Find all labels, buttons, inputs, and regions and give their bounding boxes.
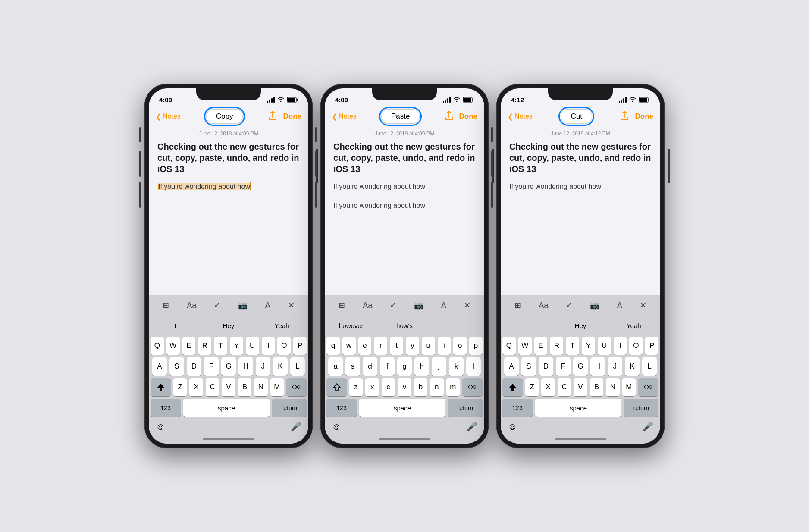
- suggestion-item[interactable]: Yeah: [607, 317, 660, 335]
- close-icon[interactable]: ✕: [285, 299, 298, 312]
- key-o[interactable]: O: [629, 337, 643, 355]
- share-icon[interactable]: [620, 111, 629, 122]
- mic-button[interactable]: 🎤: [291, 421, 301, 432]
- key-l[interactable]: L: [290, 357, 305, 376]
- key-r[interactable]: R: [198, 337, 211, 355]
- key-n[interactable]: n: [430, 378, 443, 396]
- key-j[interactable]: J: [256, 357, 270, 376]
- key-w[interactable]: w: [342, 337, 356, 355]
- key-p[interactable]: p: [469, 337, 483, 355]
- pen-icon[interactable]: A: [614, 299, 626, 312]
- key-f[interactable]: F: [556, 357, 571, 376]
- back-button[interactable]: ❮ Notes: [332, 113, 357, 121]
- done-button[interactable]: Done: [635, 112, 653, 121]
- key-w[interactable]: W: [518, 337, 532, 355]
- done-button[interactable]: Done: [459, 112, 478, 121]
- key-q[interactable]: q: [326, 337, 340, 355]
- note-body-2[interactable]: If you're wondering about how: [333, 200, 476, 211]
- key-o[interactable]: O: [277, 337, 291, 355]
- shift-key[interactable]: [502, 378, 523, 396]
- key-d[interactable]: d: [363, 357, 377, 376]
- key-n[interactable]: N: [254, 378, 267, 396]
- key-e[interactable]: e: [358, 337, 372, 355]
- number-key[interactable]: 123: [502, 399, 533, 417]
- key-z[interactable]: Z: [173, 378, 187, 396]
- key-j[interactable]: J: [608, 357, 622, 376]
- checklist-icon[interactable]: ✓: [386, 299, 400, 312]
- key-x[interactable]: X: [189, 378, 203, 396]
- return-key[interactable]: return: [272, 399, 307, 417]
- key-y[interactable]: Y: [230, 337, 243, 355]
- key-v[interactable]: v: [398, 378, 411, 396]
- format-icon[interactable]: Aa: [535, 299, 552, 312]
- pen-icon[interactable]: A: [262, 299, 274, 312]
- key-s[interactable]: s: [345, 357, 360, 376]
- action-button[interactable]: Paste: [381, 109, 420, 124]
- space-key[interactable]: space: [183, 399, 270, 417]
- camera-icon[interactable]: 📷: [586, 299, 603, 312]
- space-key[interactable]: space: [535, 399, 621, 417]
- return-key[interactable]: return: [624, 399, 658, 417]
- key-g[interactable]: g: [397, 357, 412, 376]
- key-a[interactable]: a: [328, 357, 343, 376]
- key-z[interactable]: z: [349, 378, 363, 396]
- return-key[interactable]: return: [448, 399, 483, 417]
- key-q[interactable]: Q: [151, 337, 164, 355]
- note-body-1[interactable]: If you're wondering about how: [333, 182, 476, 192]
- key-u[interactable]: U: [598, 337, 611, 355]
- key-d[interactable]: D: [539, 357, 553, 376]
- delete-key[interactable]: ⌫: [638, 378, 658, 396]
- suggestion-item[interactable]: Yeah: [255, 317, 308, 335]
- key-b[interactable]: B: [238, 378, 251, 396]
- key-o[interactable]: o: [453, 337, 467, 355]
- delete-key[interactable]: ⌫: [462, 378, 483, 396]
- key-m[interactable]: m: [446, 378, 460, 396]
- key-d[interactable]: D: [187, 357, 201, 376]
- number-key[interactable]: 123: [151, 399, 181, 417]
- suggestion-item[interactable]: I: [149, 317, 202, 335]
- key-p[interactable]: P: [293, 337, 307, 355]
- key-v[interactable]: V: [574, 378, 587, 396]
- key-k[interactable]: k: [449, 357, 464, 376]
- share-icon[interactable]: [445, 111, 453, 122]
- key-c[interactable]: C: [558, 378, 571, 396]
- key-t[interactable]: T: [566, 337, 579, 355]
- key-v[interactable]: V: [222, 378, 235, 396]
- space-key[interactable]: space: [359, 399, 445, 417]
- format-icon[interactable]: Aa: [183, 299, 200, 312]
- key-e[interactable]: E: [534, 337, 548, 355]
- done-button[interactable]: Done: [283, 112, 301, 121]
- key-q[interactable]: Q: [502, 337, 516, 355]
- camera-icon[interactable]: 📷: [235, 299, 251, 312]
- suggestion-item[interactable]: I: [501, 317, 554, 335]
- suggestion-item[interactable]: Hey: [554, 317, 608, 335]
- key-t[interactable]: T: [214, 337, 227, 355]
- key-a[interactable]: A: [504, 357, 519, 376]
- key-c[interactable]: c: [382, 378, 395, 396]
- back-button[interactable]: ❮ Notes: [156, 113, 181, 121]
- key-e[interactable]: E: [182, 337, 196, 355]
- share-icon[interactable]: [268, 111, 277, 122]
- key-i[interactable]: I: [262, 337, 275, 355]
- suggestion-item[interactable]: Hey: [202, 317, 256, 335]
- key-g[interactable]: G: [221, 357, 236, 376]
- checklist-icon[interactable]: ✓: [562, 299, 576, 312]
- table-icon[interactable]: ⊞: [511, 299, 524, 312]
- close-icon[interactable]: ✕: [461, 299, 474, 312]
- camera-icon[interactable]: 📷: [411, 299, 427, 312]
- key-x[interactable]: X: [541, 378, 555, 396]
- suggestion-item[interactable]: [431, 317, 484, 335]
- shift-key[interactable]: [151, 378, 171, 396]
- back-button[interactable]: ❮ Notes: [508, 113, 533, 121]
- key-y[interactable]: y: [406, 337, 419, 355]
- key-l[interactable]: L: [642, 357, 657, 376]
- key-s[interactable]: S: [521, 357, 536, 376]
- emoji-button[interactable]: ☺: [508, 421, 517, 432]
- key-k[interactable]: K: [273, 357, 288, 376]
- key-m[interactable]: M: [270, 378, 284, 396]
- table-icon[interactable]: ⊞: [159, 299, 172, 312]
- note-body-1[interactable]: |If you're wondering about how: [157, 182, 300, 192]
- key-i[interactable]: I: [614, 337, 627, 355]
- key-j[interactable]: j: [432, 357, 446, 376]
- number-key[interactable]: 123: [326, 399, 357, 417]
